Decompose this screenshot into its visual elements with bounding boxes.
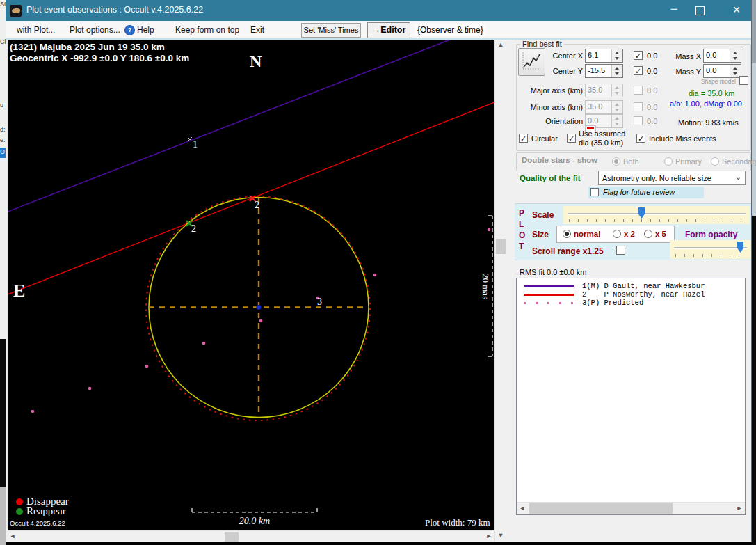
minor-axis-err-label: 0.0 (647, 103, 657, 111)
dia-value-label: dia = 35.0 km (689, 89, 734, 97)
minor-axis-spinner: 35.0 (585, 100, 623, 114)
plot-letter-t: T (519, 242, 524, 251)
size-label: Size (532, 230, 549, 239)
flag-review-label: Flag for future review (603, 188, 675, 196)
km-scale-label: 20.0 km (192, 516, 317, 527)
minor-axis-value: 35.0 (588, 102, 602, 111)
center-y-err-checkbox[interactable]: ✓ (634, 66, 643, 75)
plot-canvas[interactable]: (1321) Majuba 2025 Jun 19 35.0 km Geocen… (7, 40, 494, 530)
observation-row[interactable]: 1(M) D Gault, near Hawkesbur (582, 282, 705, 290)
title-bar[interactable]: Plot event observations : Occult v.4.202… (6, 0, 751, 21)
list-scrollbar-thumb[interactable] (529, 503, 673, 514)
center-y-label: Center Y (520, 67, 583, 75)
form-opacity-slider-thumb[interactable] (737, 242, 743, 253)
observation-row[interactable]: 2 P Nosworthy, near Hazel (582, 290, 705, 299)
slider-groove (568, 213, 746, 215)
vertical-scrollbar-thumb[interactable] (496, 239, 506, 254)
circular-checkbox[interactable]: ✓ (519, 134, 528, 143)
app-icon-glyph (12, 8, 20, 13)
marker-label-2-left: 2 (191, 223, 196, 235)
plot-horizontal-scrollbar[interactable]: ◄ ► (7, 530, 494, 542)
list-horizontal-scrollbar[interactable]: ◄ ► (517, 502, 745, 514)
mas-scale-label: 20 mas (480, 274, 491, 299)
bg-right-top (752, 0, 756, 63)
plot-vertical-scrollbar[interactable]: ▲ ▼ (494, 40, 506, 542)
size-normal-radio[interactable] (563, 230, 571, 238)
scroll-range-checkbox[interactable] (616, 246, 625, 255)
editor-button[interactable]: →Editor (367, 22, 410, 38)
mass-y-spinner[interactable]: 0.0 (703, 64, 741, 78)
motion-label: Motion: 9.83 km/s (678, 118, 739, 127)
size-x2-radio[interactable] (613, 230, 621, 238)
menu-keep-on-top[interactable]: Keep form on top (175, 25, 239, 35)
center-y-value[interactable]: -15.5 (588, 66, 605, 74)
mass-x-value[interactable]: 0.0 (706, 51, 716, 59)
scroll-down-arrow[interactable]: ▼ (495, 530, 506, 542)
double-stars-title: Double stars - show (522, 156, 597, 164)
double-both-label: Both (623, 157, 639, 166)
plot-letter-o: O (519, 230, 525, 240)
plot-width-label: Plot width: 79 km (425, 517, 490, 528)
observation-row[interactable]: 3(P) Predicted (582, 299, 643, 307)
double-secondary-label: Secondary (722, 157, 756, 166)
spinner-arrows-icon[interactable] (611, 49, 622, 62)
scroll-right-arrow[interactable]: ► (483, 531, 494, 542)
disappear-dot (16, 498, 23, 505)
mass-x-spinner[interactable]: 0.0 (703, 49, 741, 63)
spinner-arrows-icon[interactable] (611, 65, 622, 77)
background-window-left: St Cle u d: e. O (0, 0, 6, 545)
orientation-value: 0.0 (588, 116, 598, 125)
shape-model-checkbox[interactable] (739, 76, 748, 85)
spinner-arrows-icon[interactable] (730, 49, 741, 62)
maximize-button[interactable] (695, 6, 705, 15)
form-opacity-label: Form opacity (685, 230, 737, 239)
center-x-err-checkbox[interactable]: ✓ (634, 51, 643, 60)
form-opacity-slider[interactable] (670, 240, 751, 259)
find-best-fit-title: Find best fit (520, 40, 564, 48)
menu-with-plot[interactable]: with Plot... (17, 25, 55, 35)
size-x5-radio[interactable] (644, 230, 652, 238)
major-axis-err-checkbox (634, 86, 643, 95)
minimize-button[interactable]: ─ (663, 3, 684, 14)
use-assumed-checkbox[interactable]: ✓ (567, 134, 576, 143)
menu-exit[interactable]: Exit (250, 25, 264, 35)
scroll-left-arrow[interactable]: ◄ (7, 531, 18, 542)
obs-line-swatch-red (524, 294, 574, 296)
flag-review-checkbox[interactable] (590, 188, 599, 196)
scroll-up-arrow[interactable]: ▲ (495, 40, 506, 51)
center-x-value[interactable]: 6.1 (588, 51, 598, 59)
scale-slider-thumb[interactable] (638, 207, 645, 219)
observer-time-label[interactable]: {Observer & time} (415, 24, 486, 36)
bg-dark-block (0, 339, 6, 487)
bg-fragment: St (0, 1, 6, 8)
close-button[interactable]: ✕ (726, 4, 747, 15)
scroll-left-arrow[interactable]: ◄ (517, 503, 528, 514)
menu-bar: with Plot... Plot options... ? Help Keep… (6, 21, 751, 40)
bg-fragment: d: (0, 126, 6, 133)
quality-value: Astrometry only. No reliable size (602, 174, 711, 182)
observation-list[interactable]: 1(M) D Gault, near Hawkesbur 2 P Noswort… (516, 278, 746, 515)
window-title: Plot event observations : Occult v.4.202… (26, 5, 203, 15)
use-assumed-label-2: dia (35.0 km) (579, 139, 623, 147)
orientation-err-label: 0.0 (647, 117, 657, 125)
center-y-spinner[interactable]: -15.5 (585, 64, 623, 78)
orientation-label: Orientation (520, 117, 583, 125)
bg-fragment: Cle (0, 38, 6, 45)
quality-select[interactable]: Astrometry only. No reliable size ⌄ (598, 171, 746, 185)
orientation-err-checkbox (634, 116, 643, 125)
set-miss-times-button[interactable]: Set 'Miss' Times (301, 23, 361, 38)
chevron-down-icon: ⌄ (735, 173, 741, 182)
include-miss-checkbox[interactable]: ✓ (636, 134, 645, 143)
menu-plot-options[interactable]: Plot options... (70, 25, 120, 35)
screen: St Cle u d: e. O Plot event observations… (0, 0, 756, 545)
mass-y-value[interactable]: 0.0 (706, 66, 716, 74)
center-x-spinner[interactable]: 6.1 (585, 49, 623, 63)
horizontal-scrollbar-thumb[interactable] (225, 532, 239, 542)
double-primary-radio (664, 157, 673, 166)
menu-help[interactable]: Help (137, 25, 154, 35)
scale-slider[interactable] (563, 206, 750, 224)
scroll-right-arrow[interactable]: ► (734, 503, 745, 514)
slider-groove (674, 247, 747, 249)
slider-ticks (569, 219, 744, 222)
size-normal-label: normal (574, 230, 600, 238)
